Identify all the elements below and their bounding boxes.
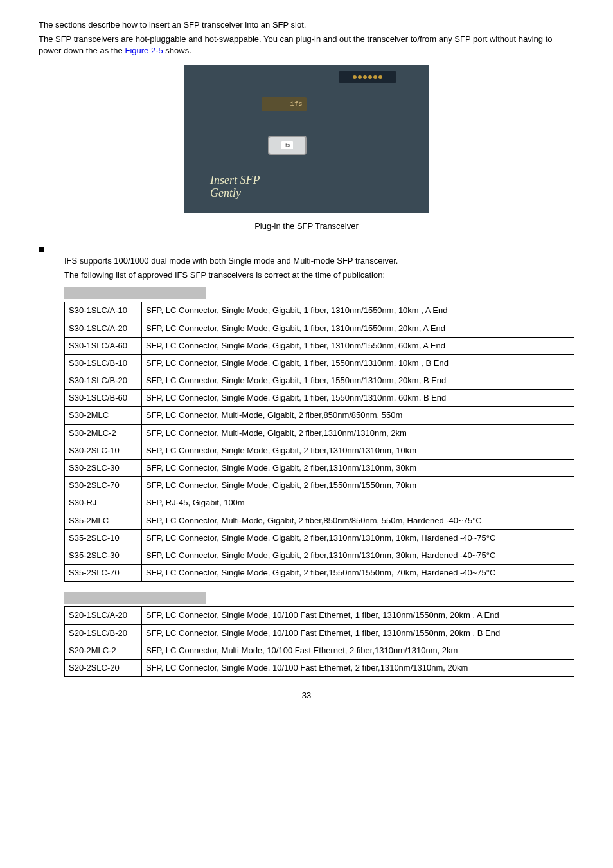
ifs-label: IFS [64, 256, 77, 266]
table-row: S30-1SLC/B-20SFP, LC Connector, Single M… [65, 372, 574, 390]
desc-cell: SFP, LC Connector, Single Mode, Gigabit,… [142, 354, 574, 372]
model-cell: S35-2MLC [65, 512, 142, 529]
table-row: S20-2SLC-20SFP, LC Connector, Single Mod… [65, 659, 574, 676]
desc-cell: SFP, LC Connector, Single Mode, Gigabit,… [142, 442, 574, 459]
table-row: S35-2SLC-10SFP, LC Connector, Single Mod… [65, 529, 574, 547]
ifs-support-text: supports 100/1000 dual mode with both Si… [80, 256, 398, 266]
model-cell: S30-1SLC/A-10 [65, 302, 142, 320]
image-caption: Plug-in the SFP Transceiver [39, 221, 574, 232]
intro2c: shows. [165, 46, 191, 55]
ifs-support-line: IFS supports 100/1000 dual mode with bot… [64, 255, 574, 267]
image-label-line1: Insert SFP [210, 174, 260, 186]
model-cell: S20-1SLC/A-20 [65, 607, 142, 624]
desc-cell: SFP, LC Connector, Multi-Mode, Gigabit, … [142, 424, 574, 442]
table-row: S35-2SLC-70SFP, LC Connector, Single Mod… [65, 565, 574, 582]
model-cell: S30-2SLC-30 [65, 460, 142, 477]
table-row: S30-1SLC/A-60SFP, LC Connector, Single M… [65, 337, 574, 354]
intro-line-1: The sections describe how to insert an S… [39, 19, 574, 31]
desc-cell: SFP, LC Connector, Multi Mode, 10/100 Fa… [142, 642, 574, 659]
model-cell: S30-1SLC/B-10 [65, 354, 142, 372]
desc-cell: SFP, LC Connector, Single Mode, Gigabit,… [142, 390, 574, 407]
intro2b: as the [100, 46, 125, 55]
sfp-image: ifs ifs Insert SFP Gently [184, 65, 429, 213]
image-ifs-tag: ifs [262, 97, 306, 111]
table-row: S30-RJSFP, RJ-45, Gigabit, 100m [65, 494, 574, 512]
table-row: S35-2SLC-30SFP, LC Connector, Single Mod… [65, 547, 574, 564]
table-row: S30-2SLC-70SFP, LC Connector, Single Mod… [65, 477, 574, 494]
image-label-line2: Gently [210, 186, 241, 199]
table-row: S30-1SLC/B-10SFP, LC Connector, Single M… [65, 354, 574, 372]
fast-ethernet-sfp-table: S20-1SLC/A-20SFP, LC Connector, Single M… [64, 606, 574, 677]
image-connector: ifs [268, 136, 306, 155]
model-cell: S35-2SLC-70 [65, 565, 142, 582]
model-cell: S30-2MLC-2 [65, 424, 142, 442]
model-cell: S30-2SLC-10 [65, 442, 142, 459]
table-row: S30-2SLC-30SFP, LC Connector, Single Mod… [65, 460, 574, 477]
desc-cell: SFP, LC Connector, Single Mode, Gigabit,… [142, 547, 574, 564]
model-cell: S20-2MLC-2 [65, 642, 142, 659]
desc-cell: SFP, LC Connector, Single Mode, 10/100 F… [142, 659, 574, 676]
desc-cell: SFP, RJ-45, Gigabit, 100m [142, 494, 574, 512]
desc-cell: SFP, LC Connector, Single Mode, Gigabit,… [142, 529, 574, 547]
table-row: S30-1SLC/B-60SFP, LC Connector, Single M… [65, 390, 574, 407]
desc-cell: SFP, LC Connector, Single Mode, Gigabit,… [142, 372, 574, 390]
desc-cell: SFP, LC Connector, Single Mode, Gigabit,… [142, 565, 574, 582]
table-row: S20-1SLC/B-20SFP, LC Connector, Single M… [65, 624, 574, 642]
gigabit-sfp-table: S30-1SLC/A-10SFP, LC Connector, Single M… [64, 302, 574, 582]
desc-cell: SFP, LC Connector, Single Mode, Gigabit,… [142, 477, 574, 494]
table-row: S30-1SLC/A-10SFP, LC Connector, Single M… [65, 302, 574, 320]
model-cell: S20-1SLC/B-20 [65, 624, 142, 642]
desc-cell: SFP, LC Connector, Single Mode, Gigabit,… [142, 337, 574, 354]
model-cell: S30-2MLC [65, 407, 142, 424]
table-row: S20-1SLC/A-20SFP, LC Connector, Single M… [65, 607, 574, 624]
model-cell: S35-2SLC-10 [65, 529, 142, 547]
table-row: S35-2MLCSFP, LC Connector, Multi-Mode, G… [65, 512, 574, 529]
table-row: S30-2MLCSFP, LC Connector, Multi-Mode, G… [65, 407, 574, 424]
model-cell: S20-2SLC-20 [65, 659, 142, 676]
image-device-top [339, 71, 396, 83]
desc-cell: SFP, LC Connector, Single Mode, Gigabit,… [142, 460, 574, 477]
desc-cell: SFP, LC Connector, Multi-Mode, Gigabit, … [142, 512, 574, 529]
intro-line-2: The SFP transceivers are hot-pluggable a… [39, 33, 574, 57]
desc-cell: SFP, LC Connector, Single Mode, 10/100 F… [142, 607, 574, 624]
model-cell: S30-1SLC/B-20 [65, 372, 142, 390]
desc-cell: SFP, LC Connector, Single Mode, Gigabit,… [142, 302, 574, 320]
table-row: S30-1SLC/A-20SFP, LC Connector, Single M… [65, 320, 574, 337]
model-cell: S30-1SLC/A-20 [65, 320, 142, 337]
table-row: S20-2MLC-2SFP, LC Connector, Multi Mode,… [65, 642, 574, 659]
figure-link[interactable]: Figure 2-5 [125, 46, 163, 55]
model-cell: S30-RJ [65, 494, 142, 512]
table2-header-bar [64, 592, 206, 604]
table1-header-bar [64, 287, 206, 299]
model-cell: S30-1SLC/B-60 [65, 390, 142, 407]
approved-list-text: The following list of approved IFS SFP t… [64, 269, 574, 281]
model-cell: S35-2SLC-30 [65, 547, 142, 564]
image-label: Insert SFP Gently [210, 174, 260, 200]
table-row: S30-2MLC-2SFP, LC Connector, Multi-Mode,… [65, 424, 574, 442]
page-number: 33 [39, 690, 574, 701]
desc-cell: SFP, LC Connector, Single Mode, Gigabit,… [142, 320, 574, 337]
model-cell: S30-1SLC/A-60 [65, 337, 142, 354]
desc-cell: SFP, LC Connector, Single Mode, 10/100 F… [142, 624, 574, 642]
desc-cell: SFP, LC Connector, Multi-Mode, Gigabit, … [142, 407, 574, 424]
table-row: S30-2SLC-10SFP, LC Connector, Single Mod… [65, 442, 574, 459]
bullet-icon [39, 247, 44, 252]
model-cell: S30-2SLC-70 [65, 477, 142, 494]
